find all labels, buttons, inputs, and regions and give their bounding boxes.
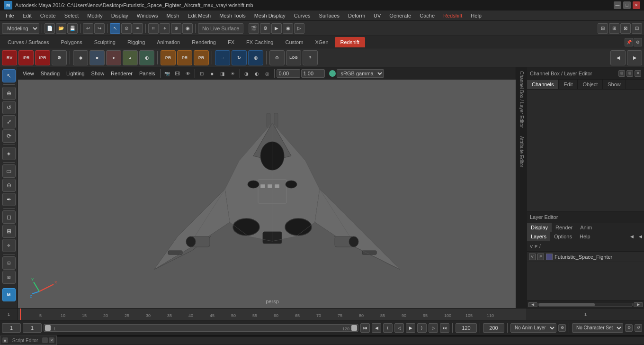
rs-torus-btn[interactable]: ◐	[139, 50, 154, 65]
next-keyframe-btn[interactable]: ⟩	[417, 323, 427, 333]
group-btn[interactable]: ⊞	[2, 225, 16, 238]
scale-tool-btn[interactable]: ⤢	[2, 115, 16, 128]
rs-rv-btn[interactable]: RV	[2, 50, 17, 65]
render-settings-btn[interactable]: ⚙	[260, 23, 270, 34]
vp-camera-btn[interactable]: 📷	[162, 69, 172, 78]
layers-tab[interactable]: Layers	[527, 232, 550, 241]
select-mode-btn[interactable]: ↖	[2, 69, 16, 82]
vp-ao-btn[interactable]: ◐	[252, 69, 262, 78]
last-tool-btn[interactable]: ⟳	[2, 129, 16, 143]
menu-redshift[interactable]: Redshift	[439, 12, 466, 19]
object-tab[interactable]: Object	[578, 80, 603, 89]
range-start-handle[interactable]	[45, 325, 51, 331]
snap-btn[interactable]: ⌖	[2, 239, 16, 252]
select-tool-btn[interactable]: ↖	[110, 23, 120, 34]
undo-btn[interactable]: ↩	[83, 23, 93, 34]
step-forward-btn[interactable]: ▷	[429, 323, 438, 333]
render-btn[interactable]: 🎬	[249, 23, 259, 34]
layer-row-default[interactable]: V P Futuristic_Space_Fighter	[527, 252, 644, 262]
tab-curves-surfaces[interactable]: Curves / Surfaces	[2, 37, 54, 47]
layer-settings-btn[interactable]: ◀	[636, 233, 644, 240]
render-tab[interactable]: Render	[552, 223, 576, 232]
play-back-btn[interactable]: ◁	[394, 323, 404, 333]
tab-polygons[interactable]: Polygons	[55, 37, 88, 47]
vp-show-menu[interactable]: Show	[89, 70, 107, 77]
vp-lighting-btn[interactable]: ☀	[228, 69, 238, 78]
tab-sculpting[interactable]: Sculpting	[89, 37, 121, 47]
rs-help-btn[interactable]: ?	[303, 50, 318, 65]
layout-3-btn[interactable]: ⊠	[620, 23, 631, 34]
workspace-dropdown[interactable]: Modeling	[2, 23, 39, 34]
menu-mesh-tools[interactable]: Mesh Tools	[215, 12, 249, 19]
render-ipr-btn[interactable]: ◉	[283, 23, 293, 34]
tab-xgen[interactable]: XGen	[309, 37, 334, 47]
layer-add-btn[interactable]: ◀	[628, 233, 635, 240]
range-end-handle[interactable]	[351, 325, 357, 331]
layer-p-toggle[interactable]: P	[537, 254, 544, 260]
lasso-btn[interactable]: ⊙	[121, 23, 132, 34]
marquee-btn[interactable]: ▭	[2, 164, 16, 178]
vp-smooth-btn[interactable]: ◎	[263, 69, 272, 78]
rs-ipr-btn[interactable]: IPR	[18, 50, 34, 65]
rs-disc-btn[interactable]: ⊙	[269, 50, 285, 65]
vp-eye-btn[interactable]: 👁	[183, 69, 193, 78]
rs-expand-btn[interactable]: ▶	[627, 50, 642, 65]
rs-cone-btn[interactable]: ▲	[123, 50, 138, 65]
go-start-btn[interactable]: ⏮	[360, 323, 370, 333]
frame-current-field[interactable]	[23, 323, 42, 333]
rs-ipr2-btn[interactable]: IPR	[35, 50, 50, 65]
vp-textured-btn[interactable]: ◨	[218, 69, 227, 78]
vp-shading-menu[interactable]: Shading	[38, 70, 63, 77]
menu-help[interactable]: Help	[467, 12, 485, 19]
mini-win-close[interactable]: ✕	[49, 337, 54, 343]
layer-color-swatch[interactable]	[546, 254, 553, 260]
show-hide-btn[interactable]: ◻	[2, 210, 16, 224]
maya-logo-btn[interactable]: M	[2, 288, 16, 301]
menu-edit-mesh[interactable]: Edit Mesh	[184, 12, 215, 19]
timeline-ruler[interactable]: 5 10 15 20 25 30 35 40 45 50 55 60 65 70…	[18, 309, 527, 320]
frame-start-field[interactable]	[2, 323, 21, 333]
tab-redshift[interactable]: Redshift	[335, 37, 365, 47]
menu-edit[interactable]: Edit	[19, 12, 36, 19]
render-seq-btn[interactable]: ▶	[271, 23, 282, 34]
panel-float-btn[interactable]: ⊞	[626, 70, 633, 77]
tab-fx[interactable]: FX	[222, 37, 240, 47]
open-scene-btn[interactable]: 📂	[56, 23, 66, 34]
channels-tab[interactable]: Channels	[527, 80, 559, 89]
layer-v-toggle[interactable]: V	[529, 254, 536, 260]
rs-cube-btn[interactable]: ■	[89, 50, 105, 65]
vp-field-1[interactable]	[277, 69, 300, 78]
rs-disk-btn[interactable]: ◎	[248, 50, 263, 65]
snap-grid-btn[interactable]: ⌗	[148, 23, 159, 34]
frame-end-display-field[interactable]	[456, 323, 477, 333]
paint-btn[interactable]: ✒	[133, 23, 143, 34]
menu-curves[interactable]: Curves	[290, 12, 314, 19]
step-back-btn[interactable]: ◀	[372, 323, 381, 333]
new-scene-btn[interactable]: 📄	[45, 23, 55, 34]
attribute-editor-label[interactable]: Attribute Editor	[518, 132, 525, 171]
menu-surfaces[interactable]: Surfaces	[315, 12, 343, 19]
vp-field-2[interactable]	[301, 69, 325, 78]
char-set-extra-btn[interactable]: ↺	[635, 324, 642, 332]
redo-btn[interactable]: ↪	[94, 23, 105, 34]
layout-2-btn[interactable]: ⊞	[609, 23, 619, 34]
edit-tab[interactable]: Edit	[559, 80, 578, 89]
paint-sel-btn[interactable]: ✒	[2, 193, 16, 206]
mini-win-minimize[interactable]: —	[42, 337, 48, 343]
menu-windows[interactable]: Windows	[133, 12, 162, 19]
rs-diamond-btn[interactable]: ◈	[73, 50, 88, 65]
show-tab[interactable]: Show	[603, 80, 626, 89]
rs-arrow-btn[interactable]: →	[215, 50, 230, 65]
lasso-tool-btn[interactable]: ⊙	[2, 179, 16, 192]
play-forward-btn[interactable]: ▶	[406, 323, 415, 333]
menu-display[interactable]: Display	[107, 12, 132, 19]
rs-pr2-btn[interactable]: PR	[177, 50, 192, 65]
anim-layer-dropdown[interactable]: No Anim Layer	[510, 323, 556, 333]
tab-rendering[interactable]: Rendering	[186, 37, 222, 47]
frame-range-bar[interactable]: 1 120	[44, 324, 358, 332]
menu-select[interactable]: Select	[61, 12, 83, 19]
vp-film-btn[interactable]: 🎞	[173, 69, 182, 78]
maximize-button[interactable]: □	[623, 1, 631, 9]
options-tab[interactable]: Options	[550, 232, 576, 241]
vp-gamma-select[interactable]: sRGB gamma	[337, 69, 384, 78]
